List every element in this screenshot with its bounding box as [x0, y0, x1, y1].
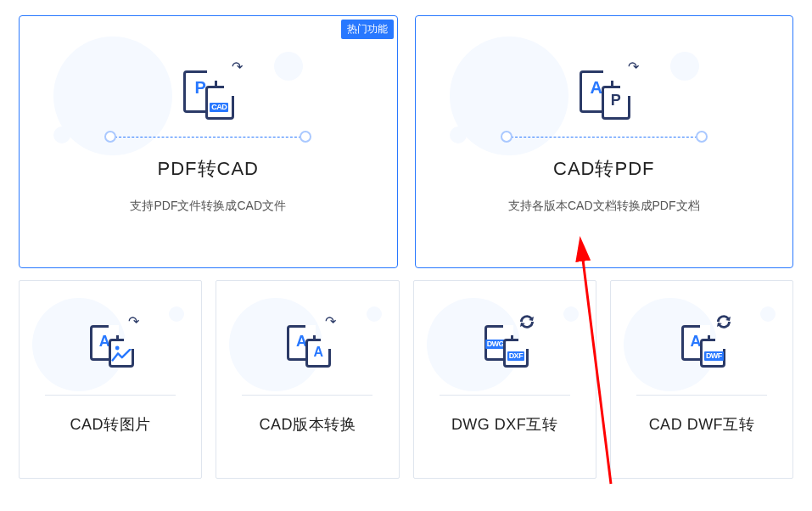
cad-dwf-swap-icon: A DWF: [678, 325, 725, 368]
convert-arrow-icon: ↷: [628, 59, 639, 75]
svg-point-0: [115, 345, 120, 350]
hot-badge: 热门功能: [341, 20, 394, 39]
decoration-circle: [563, 306, 579, 322]
decoration-circle: [53, 126, 70, 143]
divider: [242, 395, 372, 396]
cad-version-convert-icon: A A ↷: [283, 325, 331, 368]
cad-to-image-icon: A ↷: [87, 325, 134, 368]
card-title: PDF转CAD: [158, 156, 259, 182]
divider: [636, 395, 767, 396]
cad-to-pdf-icon: A P ↷: [574, 70, 634, 121]
card-cad-version-convert[interactable]: A A ↷ CAD版本转换: [216, 280, 399, 479]
decoration-circle: [760, 306, 776, 322]
card-dwg-dxf-swap[interactable]: DWG DXF DWG DXF互转: [413, 280, 596, 479]
divider: [45, 395, 176, 396]
decoration-circle: [274, 52, 303, 81]
convert-arrow-icon: ↷: [128, 313, 139, 329]
rotate-arrows-icon: [714, 312, 734, 332]
pdf-to-cad-icon: P CAD ↷: [178, 70, 238, 121]
decoration-circle: [367, 306, 382, 322]
card-title: CAD转PDF: [553, 156, 654, 182]
divider: [110, 137, 305, 138]
card-cad-to-pdf[interactable]: A P ↷ CAD转PDF 支持各版本CAD文档转换成PDF文档: [415, 15, 794, 268]
divider: [440, 395, 570, 396]
divider: [507, 137, 702, 138]
card-title: CAD版本转换: [260, 414, 356, 435]
card-title: CAD转图片: [70, 414, 151, 435]
dwg-dxf-swap-icon: DWG DXF: [481, 325, 529, 368]
card-description: 支持各版本CAD文档转换成PDF文档: [508, 199, 700, 214]
card-cad-dwf-swap[interactable]: A DWF CAD DWF互转: [610, 280, 793, 479]
card-description: 支持PDF文件转换成CAD文件: [130, 199, 286, 214]
card-pdf-to-cad[interactable]: 热门功能 P CAD ↷ PDF转CAD 支持PDF文件转换成CAD文件: [19, 15, 398, 268]
convert-arrow-icon: ↷: [325, 313, 336, 329]
decoration-circle: [450, 126, 467, 143]
card-cad-to-image[interactable]: A ↷ CAD转图片: [19, 280, 202, 479]
decoration-circle: [670, 52, 699, 81]
rotate-arrows-icon: [517, 312, 537, 332]
convert-arrow-icon: ↷: [232, 59, 243, 75]
card-title: DWG DXF互转: [451, 414, 558, 435]
card-title: CAD DWF互转: [649, 414, 755, 435]
decoration-circle: [169, 306, 184, 322]
